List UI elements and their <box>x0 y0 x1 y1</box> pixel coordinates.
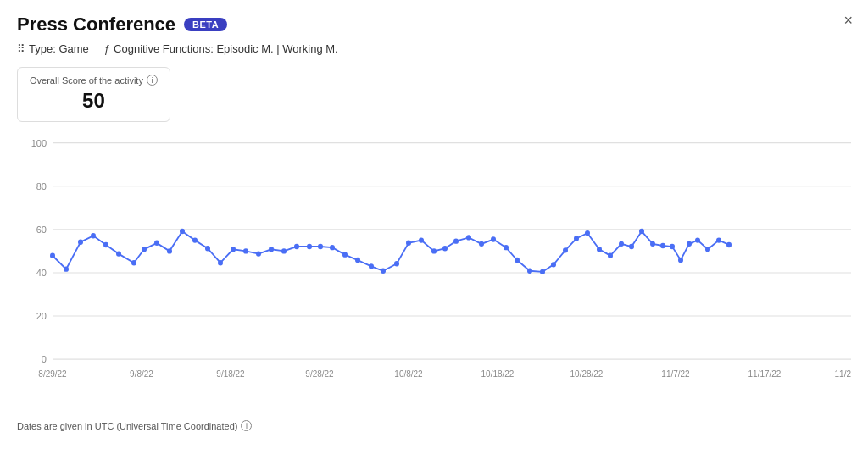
svg-text:10/8/22: 10/8/22 <box>394 369 423 379</box>
svg-point-59 <box>515 258 520 263</box>
svg-point-25 <box>91 233 96 238</box>
svg-point-70 <box>639 229 644 234</box>
svg-point-47 <box>369 263 374 269</box>
svg-text:8/29/22: 8/29/22 <box>38 369 67 379</box>
chart-area: 100 80 60 40 20 0 8/29/22 9/8/22 9/18/22… <box>17 134 851 413</box>
score-value: 50 <box>30 89 158 113</box>
svg-point-29 <box>142 247 147 252</box>
svg-point-34 <box>205 246 210 251</box>
svg-point-48 <box>381 269 386 274</box>
svg-point-52 <box>431 248 437 253</box>
score-box: Overall Score of the activity i 50 <box>17 67 170 122</box>
svg-point-51 <box>419 237 424 242</box>
svg-point-77 <box>705 247 710 252</box>
score-label: Overall Score of the activity i <box>30 75 158 86</box>
svg-point-24 <box>78 240 83 245</box>
svg-point-37 <box>243 248 248 253</box>
svg-text:0: 0 <box>42 354 47 364</box>
svg-point-31 <box>167 248 172 253</box>
svg-point-23 <box>64 266 69 271</box>
svg-point-43 <box>318 244 323 249</box>
svg-point-57 <box>491 236 496 241</box>
svg-point-30 <box>154 241 159 246</box>
svg-point-65 <box>585 230 590 236</box>
svg-text:10/28/22: 10/28/22 <box>570 369 604 379</box>
svg-point-45 <box>342 252 348 257</box>
svg-point-75 <box>687 241 692 247</box>
svg-point-22 <box>50 253 55 258</box>
svg-point-32 <box>180 229 185 234</box>
score-info-icon[interactable]: i <box>147 75 158 86</box>
svg-point-61 <box>540 269 545 274</box>
svg-text:100: 100 <box>31 138 47 148</box>
svg-point-68 <box>619 241 624 247</box>
svg-point-76 <box>695 237 700 242</box>
svg-point-64 <box>574 236 579 241</box>
svg-point-79 <box>726 242 732 247</box>
footer-note: Dates are given in UTC (Universal Time C… <box>17 420 851 431</box>
svg-text:11/17/22: 11/17/22 <box>748 369 782 379</box>
chart-line <box>53 231 729 272</box>
footer-info-icon[interactable]: i <box>241 420 252 431</box>
svg-point-56 <box>479 241 484 247</box>
svg-text:40: 40 <box>36 268 47 278</box>
svg-point-33 <box>192 237 198 242</box>
svg-point-40 <box>281 248 287 253</box>
svg-point-66 <box>597 247 602 252</box>
svg-point-78 <box>716 237 721 242</box>
svg-point-72 <box>660 243 665 248</box>
svg-point-58 <box>504 245 509 250</box>
svg-point-35 <box>218 260 223 265</box>
svg-point-53 <box>442 246 448 251</box>
func-meta: ƒ Cognitive Functions: Episodic M. | Wor… <box>104 42 338 55</box>
svg-point-41 <box>294 244 299 249</box>
svg-text:9/18/22: 9/18/22 <box>216 369 245 379</box>
svg-text:9/28/22: 9/28/22 <box>305 369 334 379</box>
svg-text:80: 80 <box>36 181 47 191</box>
svg-text:60: 60 <box>36 224 47 235</box>
close-button[interactable]: × <box>843 12 853 30</box>
svg-point-67 <box>608 253 613 258</box>
svg-text:9/8/22: 9/8/22 <box>130 369 153 379</box>
svg-point-63 <box>563 247 568 252</box>
type-meta: ⠿ Type: Game <box>17 42 89 55</box>
svg-point-50 <box>406 241 411 246</box>
svg-point-28 <box>131 260 136 265</box>
svg-point-60 <box>527 269 532 274</box>
svg-point-49 <box>394 261 399 266</box>
line-chart: 100 80 60 40 20 0 8/29/22 9/8/22 9/18/22… <box>17 134 851 413</box>
svg-text:20: 20 <box>36 311 47 321</box>
svg-point-42 <box>307 244 312 249</box>
func-icon: ƒ <box>104 42 110 55</box>
svg-point-36 <box>231 247 236 252</box>
footer-text: Dates are given in UTC (Universal Time C… <box>17 421 237 431</box>
svg-point-74 <box>678 258 683 263</box>
svg-point-44 <box>330 245 335 250</box>
func-label: Cognitive Functions: Episodic M. | Worki… <box>114 42 338 55</box>
svg-point-27 <box>116 251 121 256</box>
header-row: Press Conference BETA <box>17 14 851 36</box>
svg-text:11/27/22: 11/27/22 <box>835 369 851 379</box>
svg-point-73 <box>670 244 675 249</box>
type-label: Type: Game <box>29 42 89 55</box>
svg-point-46 <box>355 258 360 263</box>
type-icon: ⠿ <box>17 42 25 55</box>
svg-text:10/18/22: 10/18/22 <box>481 369 515 379</box>
svg-point-55 <box>466 235 471 240</box>
main-container: × Press Conference BETA ⠿ Type: Game ƒ C… <box>0 0 868 460</box>
svg-text:11/7/22: 11/7/22 <box>661 369 690 379</box>
svg-point-71 <box>650 241 655 247</box>
meta-row: ⠿ Type: Game ƒ Cognitive Functions: Epis… <box>17 42 851 55</box>
svg-point-38 <box>256 251 261 256</box>
svg-point-39 <box>269 247 274 252</box>
svg-point-62 <box>551 262 556 267</box>
svg-point-69 <box>629 244 634 249</box>
svg-point-26 <box>103 242 108 247</box>
svg-point-54 <box>453 238 459 243</box>
beta-badge: BETA <box>184 18 227 31</box>
page-title: Press Conference <box>17 14 175 36</box>
